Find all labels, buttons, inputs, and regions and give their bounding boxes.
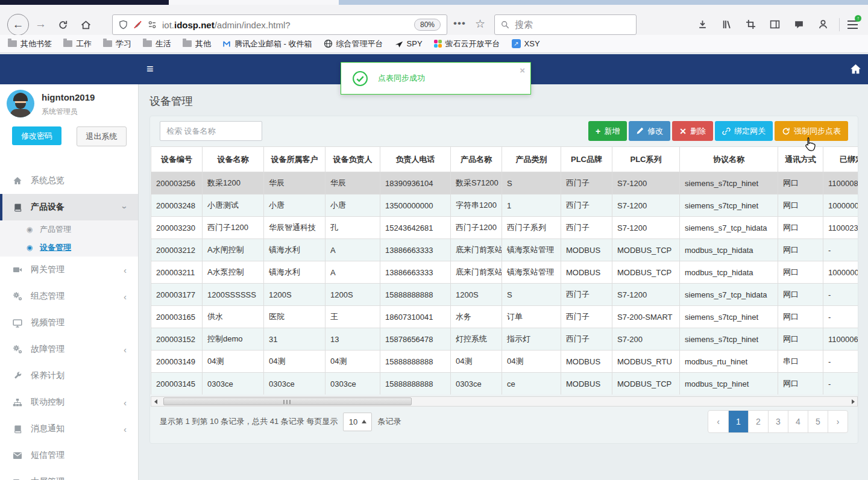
sidebar-item-sms-management[interactable]: 短信管理 (0, 442, 139, 469)
page-button-1[interactable]: 1 (728, 411, 748, 432)
change-password-button[interactable]: 修改密码 (12, 126, 61, 145)
active-tab-fragment[interactable] (0, 0, 169, 5)
table-cell: 1200SSSSSS (203, 284, 264, 306)
reload-button[interactable] (58, 20, 68, 32)
column-header[interactable]: 已绑定网关 (823, 147, 858, 172)
scroll-right-arrow[interactable] (849, 397, 857, 406)
column-header[interactable]: 通讯方式 (778, 147, 823, 172)
sidebar-item-gateway-management[interactable]: 网关管理 ‹ (0, 257, 139, 283)
account-button[interactable] (818, 19, 829, 30)
table-row[interactable]: 200003165供水医院王18607310041水务订单西门子S7-200-S… (151, 306, 858, 328)
browser-search-box[interactable]: 搜索 (494, 14, 637, 35)
page-title: 设备管理 (149, 94, 193, 108)
horizontal-scrollbar[interactable] (151, 396, 858, 407)
prev-page-button[interactable]: ‹ (708, 411, 728, 432)
screenshot-button[interactable] (746, 19, 756, 30)
toast-close-icon[interactable]: × (520, 65, 525, 75)
column-header[interactable]: 产品类别 (502, 147, 561, 172)
sidebar-item-system-overview[interactable]: 系统总览 (0, 167, 139, 194)
bookmark-item[interactable]: 萤石云开放平台 (434, 39, 500, 49)
table-cell: 200003248 (151, 195, 203, 217)
sidebar-item-screen-management[interactable]: 大屏管理 (0, 469, 139, 480)
mouse-cursor (803, 137, 816, 154)
home-button[interactable] (81, 20, 91, 32)
user-name: hignton2019 (42, 92, 95, 102)
bookmark-item[interactable]: 学习 (103, 39, 131, 49)
bookmark-item[interactable]: 工作 (63, 39, 92, 49)
sidebar-item-config-management[interactable]: 组态管理 ‹ (0, 283, 139, 310)
bookmark-item[interactable]: 其他书签 (8, 39, 52, 49)
edit-button[interactable]: 修改 (629, 121, 670, 141)
messages-button[interactable] (794, 19, 805, 30)
column-header[interactable]: 设备编号 (151, 147, 203, 172)
table-row[interactable]: 200003256数采1200华辰华辰18390936104数采S71200S西… (151, 172, 858, 195)
app-home-button[interactable] (850, 63, 861, 76)
app-menu-button[interactable]: ↑ (848, 20, 858, 29)
bookmark-item[interactable]: ↗XSY (512, 39, 540, 48)
tracking-shield-icon[interactable] (119, 20, 128, 30)
bookmark-item[interactable]: SPY (395, 39, 423, 48)
back-button[interactable]: ← (7, 14, 29, 36)
table-cell: 供水 (203, 306, 264, 328)
library-button[interactable] (722, 19, 732, 30)
add-button[interactable]: +新增 (588, 121, 627, 141)
column-header[interactable]: PLC品牌 (561, 147, 612, 172)
table-cell: 控制demo (203, 328, 264, 351)
insecure-connection-icon[interactable] (133, 20, 142, 30)
sidebar-item-linkage-control[interactable]: 联动控制 ‹ (0, 389, 139, 416)
refresh-icon (782, 127, 790, 136)
sidebar-item-message-notification[interactable]: 消息通知 ‹ (0, 416, 139, 442)
column-header[interactable]: 负责人电话 (380, 147, 451, 172)
table-row[interactable]: 2000031771200SSSSSS1200S1200S15888888888… (151, 284, 858, 306)
column-header[interactable]: 设备负责人 (326, 147, 380, 172)
table-row[interactable]: 200003212A水闸控制镇海水利A13886663333底来门前泵站镇海泵站… (151, 239, 858, 261)
page-size-select[interactable]: 10 (343, 413, 372, 431)
page-button-3[interactable]: 3 (768, 411, 788, 432)
column-header[interactable]: 设备名称 (203, 147, 264, 172)
table-cell: MODBUS (561, 261, 612, 284)
page-button-2[interactable]: 2 (748, 411, 768, 432)
table-row[interactable]: 200003248小唐测试小唐小唐13500000000字符串12001西门子S… (151, 195, 858, 217)
column-header[interactable]: 设备所属客户 (264, 147, 326, 172)
sidebar-item-video-management[interactable]: 视频管理 (0, 310, 139, 336)
column-header[interactable]: 产品名称 (451, 147, 502, 172)
url-bar[interactable]: iot.idosp.net/admin/index.html? 80% (112, 14, 447, 35)
table-row[interactable]: 200003230西门子1200华辰智通科技孔15243642681西门子120… (151, 217, 858, 239)
device-search-input[interactable] (160, 121, 262, 141)
column-header[interactable]: PLC系列 (612, 147, 680, 172)
sidebar-toggle-button[interactable]: ≡ (146, 62, 154, 76)
bookmark-item[interactable]: 腾讯企业邮箱 - 收件箱 (222, 39, 312, 49)
downloads-button[interactable] (697, 19, 708, 30)
inactive-tab-fragment[interactable] (169, 0, 339, 5)
table-row[interactable]: 2000031450303ce0303ce0303ce1588888888803… (151, 373, 858, 395)
page-button-4[interactable]: 4 (788, 411, 808, 432)
sidebar-item-device-management[interactable]: ◉ 设备管理 (0, 238, 139, 257)
table-cell: 1100006 (823, 328, 858, 351)
avatar[interactable] (7, 90, 34, 117)
bind-gateway-button[interactable]: 绑定网关 (715, 121, 773, 141)
sidebars-button[interactable] (770, 19, 781, 30)
table-row[interactable]: 200003152控制demo311315878656478灯控系统指示灯西门子… (151, 328, 858, 351)
sidebar-item-fault-management[interactable]: 故障管理 ‹ (0, 336, 139, 363)
bookmark-item[interactable]: 其他 (183, 39, 211, 49)
bookmark-item[interactable]: 综合管理平台 (324, 39, 383, 49)
next-page-button[interactable]: › (828, 411, 848, 432)
bookmark-item[interactable]: 生活 (143, 39, 171, 49)
page-button-5[interactable]: 5 (808, 411, 828, 432)
bookmark-star-icon[interactable]: ☆ (475, 17, 485, 31)
logout-button[interactable]: 退出系统 (77, 126, 127, 146)
scrollbar-thumb[interactable] (163, 397, 412, 405)
table-row[interactable]: 200003211A水泵控制镇海水利A13886663333底来门前泵站镇海泵站… (151, 261, 858, 284)
forward-button[interactable]: → (35, 17, 46, 31)
page-actions-button[interactable]: ••• (453, 17, 466, 30)
sidebar-item-product-management[interactable]: ◉ 产品管理 (0, 220, 139, 238)
sidebar-item-product-device[interactable]: 产品设备 › (0, 194, 139, 220)
permissions-icon[interactable] (148, 20, 157, 30)
zoom-level-badge[interactable]: 80% (414, 19, 441, 31)
table-cell: 华辰智通科技 (264, 217, 326, 239)
table-row[interactable]: 20000314904测04测04测1588888888804测04测MODBU… (151, 351, 858, 373)
column-header[interactable]: 协议名称 (680, 147, 778, 172)
scroll-left-arrow[interactable] (151, 397, 160, 406)
delete-button[interactable]: ✕删除 (672, 121, 713, 141)
sidebar-item-maintenance-plan[interactable]: 保养计划 (0, 363, 139, 389)
